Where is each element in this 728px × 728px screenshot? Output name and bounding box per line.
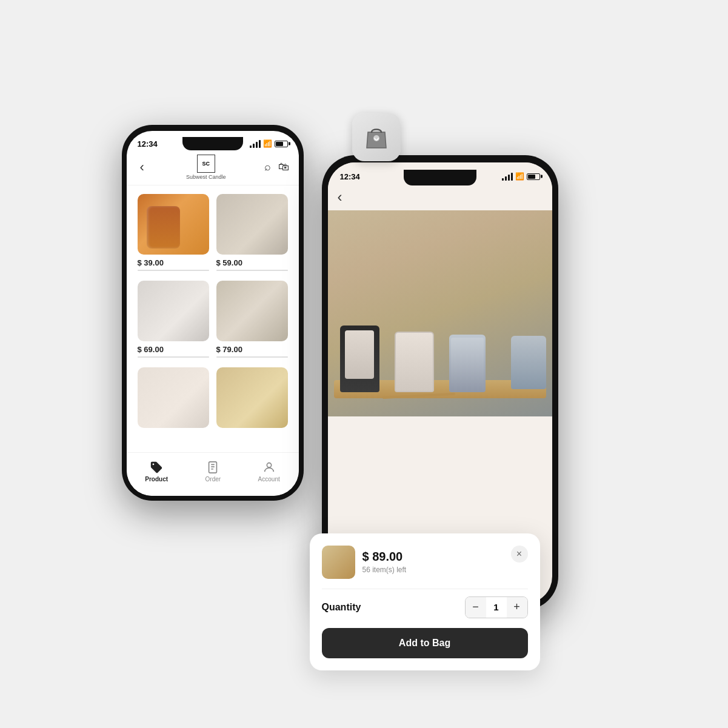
list-item[interactable]	[134, 364, 213, 432]
nav-header: ‹ SC Subwest Candle ⌕ 🛍	[127, 152, 299, 185]
candle-light-1	[395, 332, 434, 392]
candle-blue-2	[511, 336, 546, 389]
logo-box: SC	[197, 155, 215, 173]
right-notch	[404, 170, 476, 185]
left-phone-screen: 12:34 📶 ‹	[127, 131, 299, 496]
quantity-increase-button[interactable]: +	[507, 597, 527, 618]
price-line	[138, 356, 209, 358]
price-line	[216, 270, 288, 271]
quantity-value: 1	[486, 602, 507, 612]
product-image-5	[138, 367, 209, 428]
nav-order[interactable]: Order	[205, 461, 221, 483]
price-line	[216, 356, 288, 358]
product-image-4	[216, 281, 288, 341]
right-status-icons: 📶	[502, 172, 540, 181]
search-icon[interactable]: ⌕	[264, 161, 271, 173]
nav-product-label: Product	[145, 476, 168, 483]
svg-point-2	[267, 463, 271, 467]
popup-product-row: $ 89.00 56 item(s) left	[322, 546, 407, 579]
list-item[interactable]: $ 79.00	[213, 277, 292, 364]
quantity-control: − 1 +	[465, 596, 528, 618]
left-phone: 12:34 📶 ‹	[122, 125, 304, 501]
popup-stock: 56 item(s) left	[362, 566, 407, 574]
bottom-nav: Product Order Account	[127, 452, 299, 496]
list-item[interactable]: $ 69.00	[134, 277, 213, 364]
popup-close-button[interactable]: ×	[511, 546, 528, 563]
nav-account-label: Account	[258, 476, 280, 483]
product-price-1: $ 39.00	[138, 258, 209, 267]
product-price-3: $ 69.00	[138, 345, 209, 354]
wifi-icon: 📶	[515, 172, 524, 181]
app-icon	[352, 113, 401, 161]
brand-name: Subwest Candle	[186, 174, 226, 180]
right-back-button[interactable]: ‹	[338, 189, 342, 205]
quantity-decrease-button[interactable]: −	[466, 597, 486, 618]
popup-thumbnail	[322, 546, 355, 579]
nav-account[interactable]: Account	[258, 461, 280, 483]
popup-info: $ 89.00 56 item(s) left	[362, 550, 407, 574]
nav-product[interactable]: Product	[145, 461, 168, 483]
battery-icon	[527, 173, 540, 180]
product-hero-image	[328, 210, 552, 416]
list-item[interactable]: $ 39.00	[134, 190, 213, 277]
receipt-icon	[206, 461, 219, 474]
candle-blue-1	[449, 335, 486, 392]
wifi-icon: 📶	[263, 139, 272, 148]
list-item[interactable]	[213, 364, 292, 432]
popup-price: $ 89.00	[362, 550, 407, 564]
left-status-icons: 📶	[250, 139, 288, 148]
product-image-6	[216, 367, 288, 428]
scene: 12:34 📶 ‹	[92, 76, 637, 652]
popup-quantity-row: Quantity − 1 +	[322, 596, 528, 618]
product-price-4: $ 79.00	[216, 345, 288, 354]
tag-icon	[150, 461, 163, 474]
right-nav-row: ‹	[328, 186, 552, 210]
price-line	[138, 270, 209, 271]
product-image-1	[138, 194, 209, 255]
popup-divider	[322, 589, 528, 589]
svg-rect-1	[209, 462, 217, 473]
left-notch	[182, 137, 243, 150]
signal-icon	[250, 140, 261, 148]
popup-header: $ 89.00 56 item(s) left ×	[322, 546, 528, 579]
product-image-2	[216, 194, 288, 255]
list-item[interactable]: $ 59.00	[213, 190, 292, 277]
nav-icons: ⌕ 🛍	[264, 161, 289, 173]
back-button[interactable]: ‹	[136, 158, 148, 176]
left-time: 12:34	[138, 139, 158, 149]
product-price-2: $ 59.00	[216, 258, 288, 267]
person-icon	[262, 461, 276, 474]
product-grid: $ 39.00 $ 59.00 $ 69.00 $ 79.00	[127, 185, 299, 436]
battery-icon	[275, 141, 288, 147]
candle-dark-1	[340, 326, 379, 392]
right-time: 12:34	[340, 172, 360, 181]
add-to-bag-button[interactable]: Add to Bag	[322, 628, 528, 658]
signal-icon	[502, 173, 513, 181]
product-image-3	[138, 281, 209, 341]
product-popup: $ 89.00 56 item(s) left × Quantity − 1 +	[310, 533, 540, 670]
quantity-label: Quantity	[322, 602, 361, 613]
cart-icon[interactable]: 🛍	[278, 161, 289, 173]
brand-logo: SC Subwest Candle	[186, 155, 226, 180]
nav-order-label: Order	[205, 476, 221, 483]
